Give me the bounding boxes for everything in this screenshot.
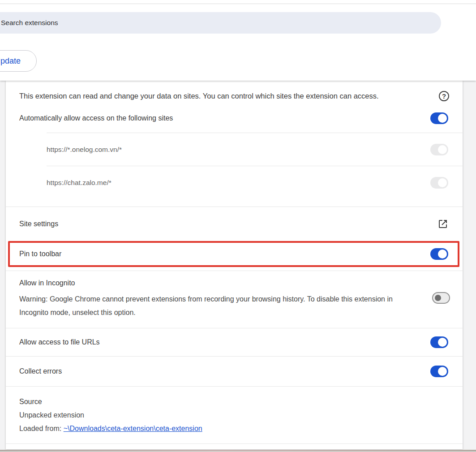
incognito-warning-text: Warning: Google Chrome cannot prevent ex…: [19, 293, 412, 319]
section-divider: [6, 443, 463, 444]
file-urls-label: Allow access to file URLs: [19, 338, 100, 346]
auto-allow-access-toggle[interactable]: [430, 112, 448, 124]
header-divider: [0, 4, 476, 4]
permissions-description-row: This extension can read and change your …: [19, 86, 449, 106]
collect-errors-toggle[interactable]: [430, 366, 448, 377]
pin-to-toolbar-toggle[interactable]: [430, 248, 448, 260]
pin-to-toolbar-row-highlight: Pin to toolbar: [8, 241, 459, 267]
update-button[interactable]: Update: [0, 50, 37, 72]
collect-errors-row: Collect errors: [19, 356, 448, 386]
site-settings-row[interactable]: Site settings: [19, 207, 448, 241]
extension-details-card: This extension can read and change your …: [6, 81, 463, 449]
help-icon[interactable]: ?: [439, 91, 449, 101]
source-loaded-from: Loaded from: ~\Downloads\ceta-extension\…: [19, 422, 449, 435]
site-toggle[interactable]: [430, 177, 448, 189]
loaded-from-prefix: Loaded from:: [19, 425, 64, 432]
site-row: https://chat.zalo.me/*: [6, 166, 463, 199]
source-section: Source Unpacked extension Loaded from: ~…: [19, 386, 449, 435]
permissions-description: This extension can read and change your …: [19, 92, 379, 100]
collect-errors-label: Collect errors: [19, 367, 62, 375]
source-heading: Source: [19, 395, 449, 409]
file-urls-row: Allow access to file URLs: [19, 328, 448, 356]
auto-allow-access-row: Automatically allow access on the follow…: [19, 107, 448, 130]
site-settings-label: Site settings: [19, 220, 58, 228]
extensions-header: Update: [0, 0, 476, 81]
file-urls-toggle[interactable]: [430, 336, 448, 348]
allow-incognito-toggle[interactable]: [432, 292, 450, 304]
allow-incognito-row: Allow in Incognito Warning: Google Chrom…: [19, 271, 449, 328]
site-url: https://*.onelog.com.vn/*: [47, 146, 122, 154]
pin-to-toolbar-label: Pin to toolbar: [19, 250, 61, 258]
open-in-new-icon[interactable]: [437, 219, 448, 229]
loaded-from-path-link[interactable]: ~\Downloads\ceta-extension\ceta-extensio…: [64, 425, 202, 432]
site-row: https://*.onelog.com.vn/*: [6, 133, 463, 166]
site-toggle[interactable]: [430, 144, 448, 155]
search-input[interactable]: [0, 12, 441, 34]
auto-allow-access-label: Automatically allow access on the follow…: [19, 114, 173, 122]
allow-incognito-label: Allow in Incognito: [19, 279, 75, 287]
source-type: Unpacked extension: [19, 409, 449, 422]
site-url: https://chat.zalo.me/*: [47, 179, 111, 187]
bottom-edge-strip: [0, 450, 476, 452]
